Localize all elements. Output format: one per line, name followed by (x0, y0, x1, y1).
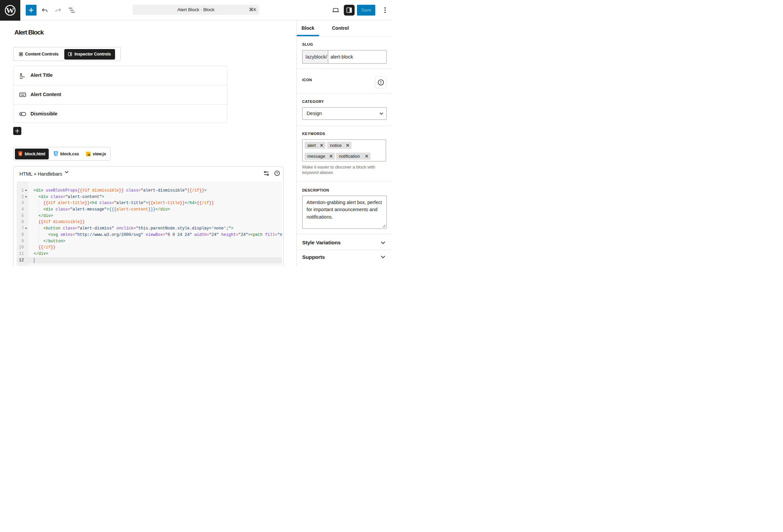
svg-text:?: ? (276, 171, 278, 175)
svg-text:W: W (6, 7, 14, 14)
svg-text:JS: JS (87, 153, 90, 156)
svg-text:5: 5 (20, 152, 21, 156)
svg-text:A: A (20, 73, 22, 76)
